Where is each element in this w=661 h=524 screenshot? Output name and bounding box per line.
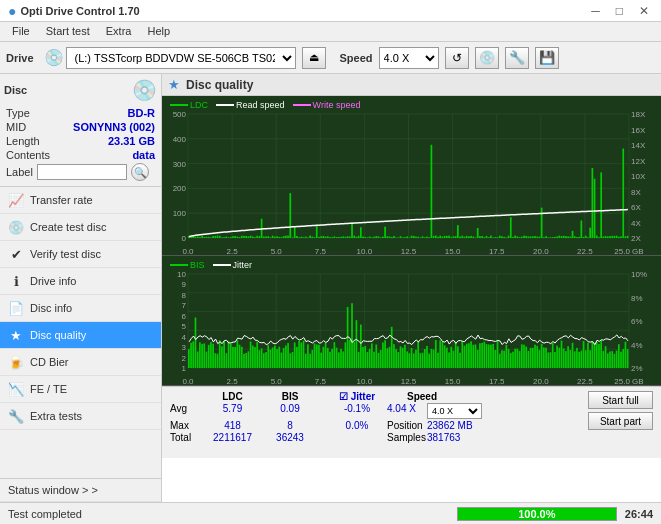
disc-contents-label: Contents [6,149,50,161]
app-icon: ● [8,3,16,19]
chart2-legend: BIS Jitter [164,258,258,272]
chart2-canvas [162,256,661,386]
ldc-legend-color [170,104,188,106]
stats-max-row: Max 418 8 0.0% Position 23862 MB [170,420,482,431]
sidebar-label-create-test-disc: Create test disc [30,221,106,233]
stats-avg-ldc: 5.79 [200,403,265,419]
speed-select[interactable]: 4.0 X [379,47,439,69]
speed-label: Speed [340,52,373,64]
progress-text: 100.0% [518,508,555,520]
write-speed-legend-label: Write speed [313,100,361,110]
stats-total-ldc: 2211617 [200,432,265,443]
titlebar: ● Opti Drive Control 1.70 ─ □ ✕ [0,0,661,22]
settings-button[interactable]: 🔧 [505,47,529,69]
start-buttons: Start full Start part [588,391,653,430]
disc-label-button[interactable]: 🔍 [131,163,149,181]
sidebar-item-drive-info[interactable]: ℹ Drive info [0,268,161,295]
sidebar-label-drive-info: Drive info [30,275,76,287]
sidebar-item-cd-bier[interactable]: 🍺 CD Bier [0,349,161,376]
sidebar-item-disc-info[interactable]: 📄 Disc info [0,295,161,322]
drive-icon: 💿 [44,48,64,67]
sidebar-item-create-test-disc[interactable]: 💿 Create test disc [0,214,161,241]
maximize-button[interactable]: □ [612,4,627,18]
cd-bier-icon: 🍺 [8,354,24,370]
disc-contents-value: data [132,149,155,161]
sidebar-label-transfer-rate: Transfer rate [30,194,93,206]
menubar: File Start test Extra Help [0,22,661,42]
stats-speed-select[interactable]: 4.0 X [427,403,482,419]
disc-header: Disc 💿 [4,78,157,102]
drive-label: Drive [6,52,34,64]
stats-header-empty [170,391,200,402]
stats-total-gap [315,432,327,443]
disc-length-row: Length 23.31 GB [4,134,157,148]
stats-max-bis: 8 [265,420,315,431]
sidebar-item-fe-te[interactable]: 📉 FE / TE [0,376,161,403]
read-speed-legend-color [216,104,234,106]
stats-position-label: Position [387,420,427,431]
stats-max-label: Max [170,420,200,431]
stats-max-gap [315,420,327,431]
stats-header-ldc: LDC [200,391,265,402]
stats-header-gap [315,391,327,402]
disc-label-input[interactable] [37,164,127,180]
stats-table: LDC BIS ☑ Jitter Speed Avg 5.79 0.09 -0.… [170,391,482,443]
disc-type-label: Type [6,107,30,119]
verify-test-disc-icon: ✔ [8,246,24,262]
start-full-button[interactable]: Start full [588,391,653,409]
sidebar-label-extra-tests: Extra tests [30,410,82,422]
ldc-legend-item: LDC [170,100,208,110]
sidebar-label-cd-bier: CD Bier [30,356,69,368]
ldc-legend-label: LDC [190,100,208,110]
drive-select[interactable]: (L:) TSSTcorp BDDVDW SE-506CB TS02 [66,47,296,69]
status-window-button[interactable]: Status window > > [0,478,161,502]
stats-samples-label: Samples [387,432,427,443]
disc-section: Disc 💿 Type BD-R MID SONYNN3 (002) Lengt… [0,74,161,187]
sidebar-label-disc-quality: Disc quality [30,329,86,341]
sidebar-item-transfer-rate[interactable]: 📈 Transfer rate [0,187,161,214]
sidebar-item-extra-tests[interactable]: 🔧 Extra tests [0,403,161,430]
menu-extra[interactable]: Extra [98,24,140,39]
disc-quality-icon: ★ [8,327,24,343]
stats-total-label: Total [170,432,200,443]
chart1-legend: LDC Read speed Write speed [164,98,366,112]
disc-label-row: Label 🔍 [4,162,157,182]
stats-bar: LDC BIS ☑ Jitter Speed Avg 5.79 0.09 -0.… [162,386,661,458]
stats-max-jitter: 0.0% [327,420,387,431]
stats-avg-row: Avg 5.79 0.09 -0.1% 4.04 X 4.0 X [170,403,482,419]
create-test-disc-icon: 💿 [8,219,24,235]
toolbar: Drive 💿 (L:) TSSTcorp BDDVDW SE-506CB TS… [0,42,661,74]
eject-button[interactable]: ⏏ [302,47,326,69]
disc-button[interactable]: 💿 [475,47,499,69]
chart1-container: LDC Read speed Write speed [162,96,661,256]
sidebar-item-verify-test-disc[interactable]: ✔ Verify test disc [0,241,161,268]
disc-info-icon: 📄 [8,300,24,316]
menu-file[interactable]: File [4,24,38,39]
disc-quality-header-icon: ★ [168,77,180,92]
read-speed-legend-label: Read speed [236,100,285,110]
stats-total-jitter-empty [327,432,387,443]
minimize-button[interactable]: ─ [587,4,604,18]
stats-samples-val: 381763 [427,432,460,443]
sidebar-label-verify-test-disc: Verify test disc [30,248,101,260]
menu-help[interactable]: Help [139,24,178,39]
chart1-canvas [162,96,661,256]
stats-speed-val: 4.04 X [387,403,427,419]
menu-start-test[interactable]: Start test [38,24,98,39]
fe-te-icon: 📉 [8,381,24,397]
sidebar-item-disc-quality[interactable]: ★ Disc quality [0,322,161,349]
refresh-button[interactable]: ↺ [445,47,469,69]
app-title: Opti Drive Control 1.70 [20,5,139,17]
disc-type-value: BD-R [128,107,156,119]
start-part-button[interactable]: Start part [588,412,653,430]
disc-length-label: Length [6,135,40,147]
save-button[interactable]: 💾 [535,47,559,69]
extra-tests-icon: 🔧 [8,408,24,424]
close-button[interactable]: ✕ [635,4,653,18]
disc-section-title: Disc [4,84,27,96]
drive-info-icon: ℹ [8,273,24,289]
disc-type-row: Type BD-R [4,106,157,120]
stats-header-jitter: ☑ Jitter [327,391,387,402]
disc-contents-row: Contents data [4,148,157,162]
stats-position-val: 23862 MB [427,420,473,431]
